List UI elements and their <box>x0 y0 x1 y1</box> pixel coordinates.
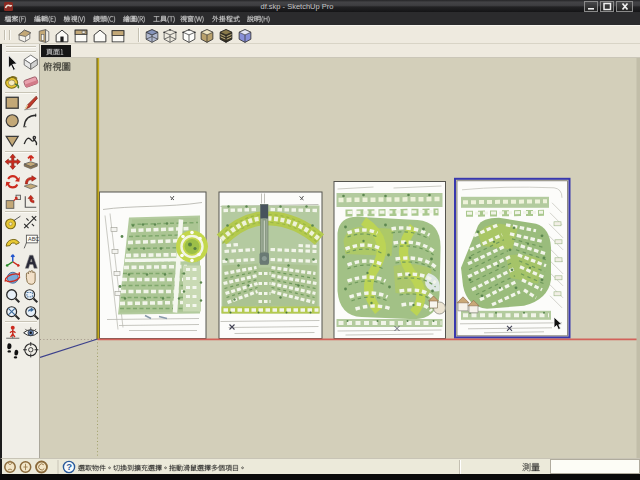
svg-text:?: ? <box>66 461 72 472</box>
svg-text:ABC: ABC <box>28 236 39 242</box>
